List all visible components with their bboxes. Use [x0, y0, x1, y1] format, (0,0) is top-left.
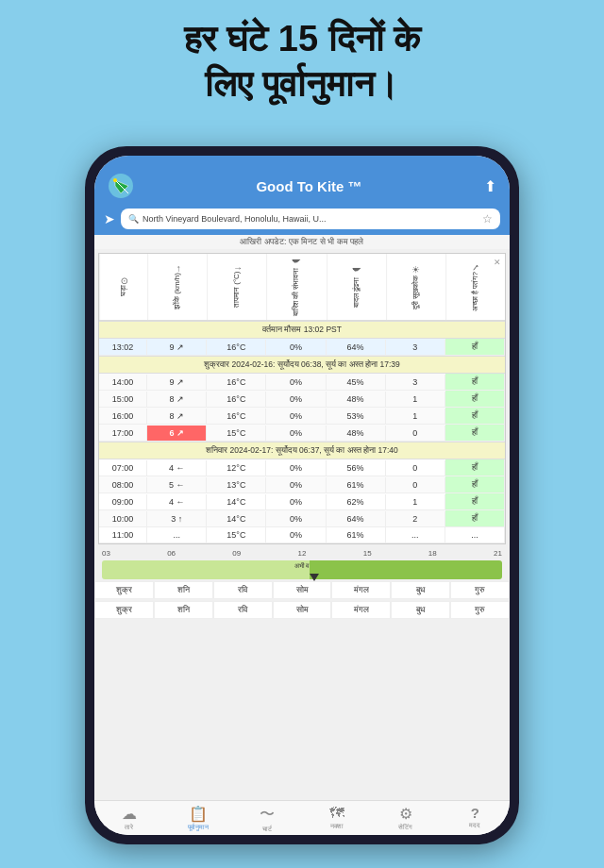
help-icon: ? — [471, 805, 479, 821]
day-nav-row-1: शुक्र शनि रवि सोम मंगल बुध गुरु — [94, 581, 510, 599]
day-shani-2[interactable]: शनि — [154, 601, 213, 619]
nav-label-help: मदद — [469, 822, 480, 829]
share-icon[interactable]: ⬆ — [484, 177, 496, 195]
header-row: घड़ा⊙ झोंके (km/h)→ तापमान (°C)↓ बारिश क… — [99, 254, 505, 321]
day-mangal-2[interactable]: मंगल — [331, 601, 391, 619]
col-good: अच्छा है पतंग?✓ — [445, 254, 505, 320]
top-heading: हर घंटे 15 दिनों केलिए पूर्वानुमान। — [0, 0, 604, 116]
friday-section-header: शुक्रवार 2024-02-16: सूर्योदय 06:38, सूर… — [99, 356, 505, 374]
cell-vis: 3 — [386, 340, 445, 355]
map-icon: 🗺 — [329, 805, 344, 822]
saturday-row-1000: 10:00 3 ↑ 14°C 0% 64% 2 हाँ — [99, 510, 505, 527]
nav-item-tare[interactable]: ☁ तारे — [94, 805, 163, 833]
nav-label-chart: चार्ट — [262, 826, 272, 833]
saturday-row-0900: 09:00 4 ← 14°C 0% 62% 1 हाँ — [99, 493, 505, 510]
day-ravi-2[interactable]: रवि — [213, 601, 273, 619]
nav-item-chart[interactable]: 〜 चार्ट — [233, 805, 302, 833]
search-bar: ➤ 🔍 North Vineyard Boulevard, Honolulu, … — [94, 205, 510, 235]
saturday-row-1100: 11:00 ... 15°C 0% 61% ... ... — [99, 527, 505, 543]
column-headers-container: ✕ घड़ा⊙ झोंके (km/h)→ तापमान (°C)↓ बारिश… — [98, 253, 506, 544]
timeline-marker — [310, 574, 319, 581]
friday-row-1600: 16:00 8 ↗ 16°C 0% 53% 1 हाँ — [99, 408, 505, 425]
col-temp: तापमान (°C)↓ — [207, 254, 266, 320]
cell-cloud: 64% — [327, 340, 386, 355]
timeline-labels: 03060912151821 — [98, 548, 506, 559]
nav-label-tare: तारे — [125, 824, 133, 831]
current-section-header: वर्तमान मौसम 13:02 PST — [99, 321, 505, 339]
day-guru-1[interactable]: गुरु — [450, 581, 510, 599]
day-nav-row-2: शुक्र शनि रवि सोम मंगल बुध गुरु — [94, 601, 510, 619]
day-budh-1[interactable]: बुध — [391, 581, 450, 599]
nav-item-map[interactable]: 🗺 नक्शा — [302, 805, 371, 833]
col-rain: बारिश की संभावना☁ — [266, 254, 326, 320]
timeline-container: 03060912151821 अभी व — [98, 548, 506, 579]
nav-item-forecast[interactable]: 📋 पूर्वानुमान — [163, 805, 232, 833]
app-header: Good To Kite ™ ⬆ — [94, 167, 510, 205]
col-cloud: बादल ढूंढना☁ — [327, 254, 386, 320]
nav-label-map: नक्शा — [330, 823, 344, 830]
location-icon: ➤ — [104, 211, 115, 226]
day-guru-2[interactable]: गुरु — [450, 601, 510, 619]
chart-icon: 〜 — [260, 805, 275, 825]
cell-temp: 16°C — [207, 340, 266, 355]
friday-row-1700: 17:00 6 ↗ 15°C 0% 48% 0 हाँ — [99, 425, 505, 442]
current-data-row: 13:02 9 ↗ 16°C 0% 64% 3 हाँ — [99, 339, 505, 356]
saturday-row-0800: 08:00 5 ← 13°C 0% 61% 0 हाँ — [99, 476, 505, 493]
timeline-bar[interactable]: अभी व — [102, 560, 502, 579]
cell-rain: 0% — [266, 340, 326, 355]
main-content[interactable]: ✕ घड़ा⊙ झोंके (km/h)→ तापमान (°C)↓ बारिश… — [94, 249, 510, 800]
day-shukr-1[interactable]: शुक्र — [94, 581, 154, 599]
friday-row-1500: 15:00 8 ↗ 16°C 0% 48% 1 हाँ — [99, 391, 505, 408]
star-icon[interactable]: ☆ — [482, 212, 493, 225]
status-bar — [94, 156, 510, 167]
phone-wrapper: Good To Kite ™ ⬆ ➤ 🔍 North Vineyard Boul… — [85, 146, 519, 844]
day-shukr-2[interactable]: शुक्र — [94, 601, 154, 619]
nav-item-help[interactable]: ? मदद — [441, 805, 510, 833]
last-update: आखिरी अपडेट: एक मिनट से भी कम पहले — [94, 235, 510, 249]
saturday-row-0700: 07:00 4 ← 12°C 0% 56% 0 हाँ — [99, 459, 505, 476]
abhi-label: अभी व — [294, 562, 310, 570]
nav-label-settings: सेटिंग — [398, 824, 412, 831]
cell-wind: 9 ↗ — [147, 340, 207, 355]
friday-row-1400: 14:00 9 ↗ 16°C 0% 45% 3 हाँ — [99, 374, 505, 391]
phone-screen: Good To Kite ™ ⬆ ➤ 🔍 North Vineyard Boul… — [94, 156, 510, 835]
app-title: Good To Kite ™ — [256, 178, 361, 194]
cloud-icon: ☁ — [122, 805, 137, 823]
gear-icon: ⚙ — [399, 805, 412, 823]
day-mangal-1[interactable]: मंगल — [331, 581, 391, 599]
app-logo — [108, 173, 134, 199]
nav-label-forecast: पूर्वानुमान — [188, 824, 209, 831]
cell-time: 13:02 — [99, 340, 147, 355]
day-som-2[interactable]: सोम — [273, 601, 332, 619]
day-shani-1[interactable]: शनि — [154, 581, 213, 599]
svg-point-3 — [113, 178, 117, 182]
cell-good: हाँ — [445, 339, 505, 355]
search-text: North Vineyard Boulevard, Honolulu, Hawa… — [143, 214, 326, 224]
col-vis: दूरी सूखकोक☀ — [386, 254, 445, 320]
day-budh-2[interactable]: बुध — [391, 601, 450, 619]
bottom-nav: ☁ तारे 📋 पूर्वानुमान 〜 चार्ट 🗺 नक्शा ⚙ स… — [94, 800, 510, 835]
day-som-1[interactable]: सोम — [273, 581, 332, 599]
search-input[interactable]: 🔍 North Vineyard Boulevard, Honolulu, Ha… — [121, 209, 500, 229]
day-ravi-1[interactable]: रवि — [213, 581, 273, 599]
forecast-icon: 📋 — [189, 805, 208, 823]
col-hour: घड़ा⊙ — [99, 254, 147, 320]
saturday-section-header: शनिवार 2024-02-17: सूर्योदय 06:37, सूर्य… — [99, 442, 505, 459]
nav-item-settings[interactable]: ⚙ सेटिंग — [371, 805, 440, 833]
col-wind: झोंके (km/h)→ — [147, 254, 207, 320]
